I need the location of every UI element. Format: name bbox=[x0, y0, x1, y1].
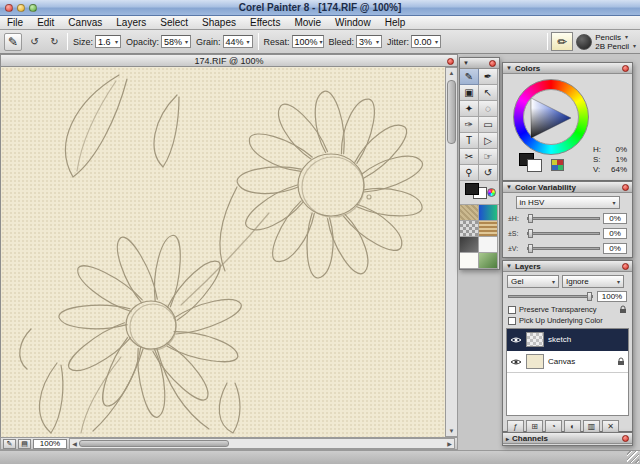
layer-row-sketch[interactable]: sketch bbox=[507, 329, 628, 351]
slider-thumb[interactable] bbox=[587, 292, 592, 301]
lasso-tool[interactable]: ◌ bbox=[479, 101, 498, 117]
bleed-input[interactable]: 3%▾ bbox=[356, 35, 382, 48]
brush-stroke-preview[interactable] bbox=[576, 34, 592, 50]
preserve-transparency-checkbox[interactable] bbox=[508, 306, 516, 314]
rotate-page-tool[interactable]: ↺ bbox=[479, 165, 498, 181]
menu-edit[interactable]: Edit bbox=[30, 16, 61, 30]
zoom-level[interactable]: 100% bbox=[33, 439, 67, 449]
menu-window[interactable]: Window bbox=[328, 16, 378, 30]
chevron-down-icon[interactable]: ▾ bbox=[435, 38, 438, 45]
scroll-right-icon[interactable]: ▶ bbox=[445, 440, 454, 447]
undo-stroke-icon[interactable]: ↺ bbox=[27, 34, 42, 49]
collapse-icon[interactable]: ▼ bbox=[506, 263, 512, 269]
resat-input[interactable]: 100%▾ bbox=[292, 35, 324, 48]
pencil-variant-icon[interactable]: ✏ bbox=[551, 32, 573, 51]
image-portfolio-selector[interactable] bbox=[479, 253, 498, 269]
scroll-left-icon[interactable]: ◀ bbox=[70, 440, 79, 447]
h-slider-value[interactable]: 0% bbox=[603, 213, 627, 224]
menu-layers[interactable]: Layers bbox=[109, 16, 153, 30]
crop-tool[interactable]: ▣ bbox=[460, 85, 479, 101]
menu-help[interactable]: Help bbox=[378, 16, 413, 30]
colors-header[interactable]: ▼ Colors bbox=[503, 63, 632, 74]
chevron-down-icon[interactable]: ▾ bbox=[617, 278, 620, 285]
jitter-input[interactable]: 0.00▾ bbox=[411, 35, 441, 48]
s-slider-value[interactable]: 0% bbox=[603, 228, 627, 239]
opacity-slider[interactable] bbox=[508, 295, 593, 298]
chevron-down-icon[interactable]: ▾ bbox=[376, 38, 379, 45]
chevron-down-icon[interactable]: ▾ bbox=[247, 38, 250, 45]
horizontal-scrollbar[interactable]: ◀ ▶ bbox=[69, 438, 455, 449]
layer-adjuster-tool[interactable]: ↖ bbox=[479, 85, 498, 101]
close-icon[interactable] bbox=[622, 435, 629, 442]
canvas[interactable] bbox=[0, 67, 445, 437]
collapse-icon[interactable]: ▼ bbox=[506, 184, 512, 190]
menu-effects[interactable]: Effects bbox=[243, 16, 287, 30]
sv-triangle[interactable] bbox=[528, 96, 574, 140]
close-icon[interactable] bbox=[489, 60, 496, 67]
look-selector[interactable] bbox=[460, 237, 479, 253]
close-icon[interactable] bbox=[622, 184, 629, 191]
opacity-input[interactable]: 58%▾ bbox=[161, 35, 191, 48]
main-color-widget[interactable] bbox=[460, 181, 499, 205]
grain-input[interactable]: 44%▾ bbox=[223, 35, 253, 48]
color-variability-header[interactable]: ▼ Color Variability bbox=[503, 182, 632, 193]
size-input[interactable]: 1.6▾ bbox=[95, 35, 121, 48]
document-close-icon[interactable] bbox=[447, 58, 454, 65]
color-wheel-icon[interactable] bbox=[487, 188, 496, 197]
pencil-icon-button[interactable]: ✎ bbox=[3, 439, 16, 449]
visibility-eye-icon[interactable] bbox=[510, 358, 522, 366]
slider-thumb[interactable] bbox=[528, 229, 533, 238]
toolbox-header[interactable]: ▼ bbox=[460, 58, 499, 69]
gradient-selector[interactable] bbox=[479, 205, 498, 221]
close-icon[interactable] bbox=[622, 65, 629, 72]
minimize-icon[interactable] bbox=[17, 4, 25, 12]
page-icon-button[interactable]: ▤ bbox=[18, 439, 31, 449]
v-slider[interactable] bbox=[527, 247, 600, 250]
main-color-swatch[interactable] bbox=[465, 183, 479, 195]
weave-selector[interactable] bbox=[479, 221, 498, 237]
chevron-down-icon[interactable]: ▾ bbox=[625, 33, 628, 42]
magic-wand-tool[interactable]: ✦ bbox=[460, 101, 479, 117]
document-titlebar[interactable]: 174.RIF @ 100% bbox=[0, 54, 458, 67]
layer-row-canvas[interactable]: Canvas bbox=[507, 351, 628, 373]
paper-selector[interactable] bbox=[460, 205, 479, 221]
pattern-selector[interactable] bbox=[460, 221, 479, 237]
pickup-underlying-checkbox[interactable] bbox=[508, 317, 516, 325]
scroll-down-icon[interactable]: ▼ bbox=[449, 426, 455, 436]
brush-tool[interactable]: ✎ bbox=[460, 69, 479, 85]
v-slider-value[interactable]: 0% bbox=[603, 243, 627, 254]
slider-thumb[interactable] bbox=[528, 244, 533, 253]
collapse-icon[interactable]: ▼ bbox=[506, 65, 512, 71]
menu-select[interactable]: Select bbox=[153, 16, 195, 30]
variability-mode-select[interactable]: in HSV ▾ bbox=[516, 196, 620, 209]
channels-header[interactable]: ▸ Channels bbox=[503, 433, 632, 444]
opacity-value[interactable]: 100% bbox=[597, 291, 627, 302]
chevron-down-icon[interactable]: ▾ bbox=[633, 42, 636, 51]
composite-method-select[interactable]: Gel▾ bbox=[507, 275, 559, 288]
chevron-down-icon[interactable]: ▾ bbox=[185, 38, 188, 45]
dropper-tool[interactable]: ✒ bbox=[479, 69, 498, 85]
chevron-down-icon[interactable]: ▾ bbox=[115, 38, 118, 45]
composite-depth-select[interactable]: Ignore▾ bbox=[562, 275, 624, 288]
text-tool[interactable]: T bbox=[460, 133, 479, 149]
shape-select-tool[interactable]: ▷ bbox=[479, 133, 498, 149]
menu-canvas[interactable]: Canvas bbox=[61, 16, 109, 30]
expand-icon[interactable]: ▸ bbox=[506, 435, 509, 442]
close-icon[interactable] bbox=[5, 4, 13, 12]
s-slider[interactable] bbox=[527, 232, 600, 235]
scroll-up-icon[interactable]: ▲ bbox=[449, 68, 455, 78]
close-icon[interactable] bbox=[622, 263, 629, 270]
visibility-eye-icon[interactable] bbox=[510, 336, 522, 344]
horizontal-scroll-thumb[interactable] bbox=[79, 440, 229, 447]
brush-variant[interactable]: 2B Pencil bbox=[595, 42, 629, 51]
pen-tool[interactable]: ✑ bbox=[460, 117, 479, 133]
chevron-down-icon[interactable]: ▾ bbox=[320, 38, 323, 45]
menu-movie[interactable]: Movie bbox=[287, 16, 328, 30]
stroke-preview[interactable] bbox=[460, 253, 479, 269]
chevron-down-icon[interactable]: ▾ bbox=[612, 199, 615, 206]
resize-grip[interactable] bbox=[627, 451, 639, 463]
color-set-icon[interactable] bbox=[551, 159, 564, 171]
grabber-tool[interactable]: ☞ bbox=[479, 149, 498, 165]
nozzle-selector[interactable] bbox=[479, 237, 498, 253]
collapse-icon[interactable]: ▼ bbox=[463, 60, 469, 66]
